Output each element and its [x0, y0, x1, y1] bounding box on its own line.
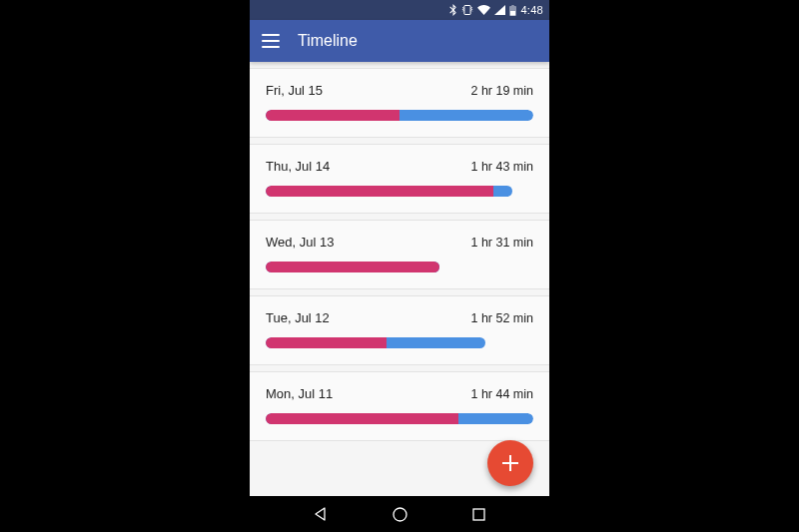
row-date: Thu, Jul 14 — [266, 159, 330, 174]
add-button[interactable] — [487, 440, 533, 486]
bar-segment-pink — [266, 337, 387, 348]
timeline-row[interactable]: Mon, Jul 11 1 hr 44 min — [250, 371, 549, 441]
recent-icon[interactable] — [471, 507, 486, 522]
svg-point-0 — [394, 508, 406, 521]
app-bar: Timeline — [250, 20, 549, 62]
bar-segment-pink — [266, 110, 400, 121]
battery-icon — [509, 5, 516, 16]
menu-icon[interactable] — [262, 34, 280, 48]
cell-signal-icon — [494, 5, 505, 15]
activity-bar — [266, 337, 533, 348]
activity-bar — [266, 413, 533, 424]
timeline-row[interactable]: Thu, Jul 14 1 hr 43 min — [250, 144, 549, 214]
timeline-row[interactable]: Tue, Jul 12 1 hr 52 min — [250, 295, 549, 365]
wifi-icon — [477, 5, 490, 15]
timeline-row[interactable]: Fri, Jul 15 2 hr 19 min — [250, 68, 549, 138]
timeline-list: Fri, Jul 15 2 hr 19 min Thu, Jul 14 1 hr… — [250, 68, 549, 441]
bar-segment-pink — [266, 186, 493, 197]
page-title: Timeline — [298, 32, 358, 50]
bluetooth-icon — [448, 4, 457, 16]
row-duration: 1 hr 52 min — [470, 311, 533, 325]
phone-frame: 4:48 Timeline Fri, Jul 15 2 hr 19 min Th… — [250, 0, 549, 532]
bar-segment-pink — [266, 413, 458, 424]
timeline-row[interactable]: Wed, Jul 13 1 hr 31 min — [250, 220, 549, 289]
row-date: Wed, Jul 13 — [266, 235, 334, 250]
android-nav-bar — [250, 496, 549, 532]
status-bar: 4:48 — [250, 0, 549, 20]
activity-bar — [266, 110, 533, 121]
back-icon[interactable] — [313, 506, 329, 522]
activity-bar — [266, 262, 533, 272]
row-date: Fri, Jul 15 — [266, 83, 323, 98]
row-duration: 1 hr 43 min — [470, 160, 533, 174]
row-duration: 2 hr 19 min — [470, 84, 533, 98]
row-date: Mon, Jul 11 — [266, 386, 333, 401]
activity-bar — [266, 186, 533, 197]
status-clock: 4:48 — [520, 4, 543, 16]
row-date: Tue, Jul 12 — [266, 310, 330, 325]
home-icon[interactable] — [392, 506, 408, 523]
svg-rect-1 — [473, 509, 484, 520]
row-duration: 1 hr 31 min — [470, 236, 533, 250]
row-duration: 1 hr 44 min — [470, 387, 533, 401]
bar-segment-pink — [266, 262, 439, 272]
vibrate-icon — [461, 4, 473, 16]
